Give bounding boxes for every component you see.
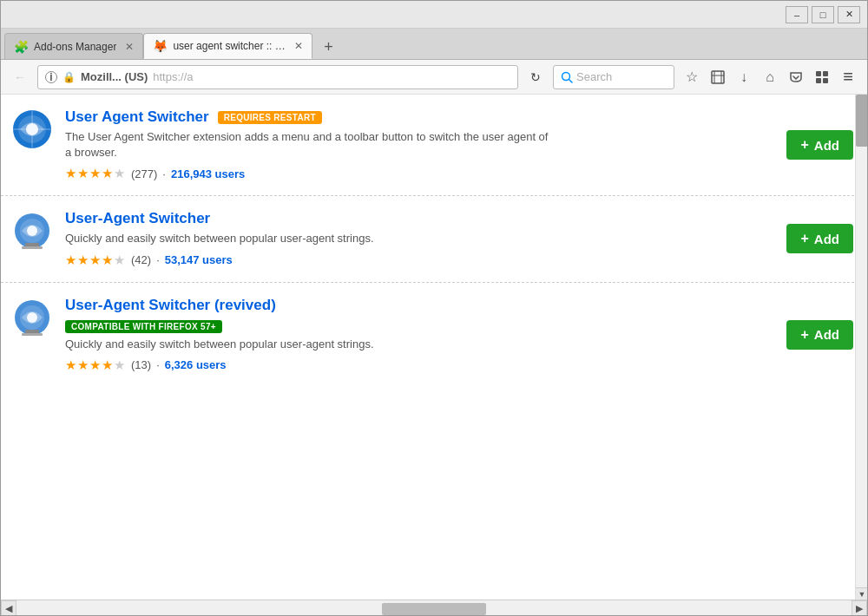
new-tab-button[interactable]: + (316, 35, 340, 59)
svg-rect-6 (816, 71, 821, 76)
download-button[interactable]: ↓ (732, 65, 756, 89)
add-plus-icon-1: + (800, 137, 808, 153)
tab-addons-manager[interactable]: 🧩 Add-ons Manager ✕ (4, 33, 143, 59)
title-bar-controls: – □ ✕ (786, 6, 860, 23)
addon-reviews-3: (13) (131, 358, 151, 371)
addon-desc-3: Quickly and easily switch between popula… (65, 337, 551, 352)
bottom-bar: ◀ ▶ (1, 600, 867, 616)
addon-meta-3: ★★★★★ (13) · 6,326 users (65, 357, 774, 373)
addon-info-1: User Agent Switcher REQUIRES RESTART The… (65, 108, 774, 181)
addon-name-3[interactable]: User-Agent Switcher (revived) (65, 297, 276, 314)
addon-meta-2: ★★★★★ (42) · 53,147 users (65, 252, 774, 268)
minimize-button[interactable]: – (786, 6, 808, 23)
vertical-scrollbar-track: ▼ (855, 95, 867, 600)
addon-name-1[interactable]: User Agent Switcher (65, 108, 209, 126)
addon-badge-3: COMPATIBLE WITH FIREFOX 57+ (65, 320, 222, 333)
site-name: Mozill... (US) (81, 70, 148, 83)
scroll-down-arrow[interactable]: ▼ (856, 587, 867, 600)
svg-rect-2 (712, 71, 724, 83)
addon-stars-1: ★★★★★ (65, 166, 126, 181)
bookmark-icon (710, 69, 726, 85)
addon-title-row-2: User-Agent Switcher (65, 210, 774, 227)
svg-point-22 (27, 312, 37, 323)
add-button-1[interactable]: + Add (786, 130, 853, 160)
home-button[interactable]: ⌂ (758, 65, 782, 89)
addon-stars-2: ★★★★★ (65, 252, 126, 268)
addon-name-2[interactable]: User-Agent Switcher (65, 210, 210, 227)
tab-addons-close[interactable]: ✕ (125, 41, 134, 53)
horizontal-scroll-right[interactable]: ▶ (852, 600, 867, 617)
search-placeholder: Search (576, 70, 612, 83)
addon-title-row-1: User Agent Switcher REQUIRES RESTART (65, 108, 774, 126)
extensions-button[interactable] (810, 65, 834, 89)
title-bar: – □ ✕ (1, 1, 867, 29)
svg-rect-19 (22, 246, 43, 249)
pocket-icon (788, 69, 804, 85)
extensions-icon (814, 69, 830, 85)
addon-users-3: 6,326 users (165, 358, 227, 371)
nav-icons: ☆ ↓ ⌂ ≡ (680, 65, 860, 89)
addon-meta-1: ★★★★★ (277) · 216,943 users (65, 166, 774, 181)
horizontal-scroll-thumb[interactable] (382, 603, 486, 615)
svg-rect-7 (823, 71, 828, 76)
pocket-button[interactable] (784, 65, 808, 89)
addon-users-1: 216,943 users (171, 167, 245, 180)
addon-reviews-1: (277) (131, 167, 157, 180)
addon-info-3: User-Agent Switcher (revived) COMPATIBLE… (65, 297, 774, 373)
menu-button[interactable]: ≡ (836, 65, 860, 89)
tab-addons-label: Add-ons Manager (34, 41, 116, 53)
tab-search-close[interactable]: ✕ (294, 40, 303, 52)
add-button-2[interactable]: + Add (786, 224, 853, 253)
star-button[interactable]: ☆ (680, 65, 704, 89)
tab-bar: 🧩 Add-ons Manager ✕ 🦊 user agent switche… (1, 29, 867, 60)
addon-stars-3: ★★★★★ (65, 357, 126, 373)
vertical-scrollbar-thumb[interactable] (856, 95, 867, 147)
back-button[interactable]: ← (8, 65, 32, 89)
add-label-2: Add (814, 232, 839, 246)
maximize-button[interactable]: □ (812, 6, 834, 23)
nav-bar: ← i 🔒 Mozill... (US) https://a ↻ Search … (1, 60, 867, 95)
address-url: https://a (153, 70, 193, 83)
addon-badge-1: REQUIRES RESTART (218, 111, 322, 124)
svg-rect-9 (823, 78, 828, 83)
bookmark-button[interactable] (706, 65, 730, 89)
addon-item-2: User-Agent Switcher Quickly and easily s… (1, 196, 867, 282)
addon-icon-1 (11, 108, 53, 150)
info-icon: i (45, 71, 57, 83)
svg-point-17 (27, 226, 37, 236)
addon-users-2: 53,147 users (165, 253, 233, 266)
addon-reviews-2: (42) (131, 253, 151, 266)
refresh-button[interactable]: ↻ (523, 65, 548, 89)
addon-item-3: User-Agent Switcher (revived) COMPATIBLE… (1, 283, 867, 387)
tab-search-label: user agent switcher :: Search (173, 40, 286, 52)
svg-rect-23 (25, 330, 39, 333)
tab-addons-icon: 🧩 (14, 40, 29, 54)
addon-desc-1: The User Agent Switcher extension adds a… (65, 129, 551, 161)
lock-icon: 🔒 (62, 71, 76, 83)
add-plus-icon-3: + (800, 327, 808, 343)
add-button-3[interactable]: + Add (786, 320, 853, 350)
horizontal-scroll-left[interactable]: ◀ (1, 600, 16, 617)
main-content: User Agent Switcher REQUIRES RESTART The… (1, 95, 867, 600)
svg-rect-8 (816, 78, 821, 83)
horizontal-scroll-track (16, 600, 852, 617)
svg-rect-24 (22, 333, 43, 336)
address-bar[interactable]: i 🔒 Mozill... (US) https://a (37, 65, 518, 89)
addon-title-row-3: User-Agent Switcher (revived) (65, 297, 774, 314)
tab-search[interactable]: 🦊 user agent switcher :: Search ✕ (143, 33, 312, 59)
tab-search-icon: 🦊 (153, 39, 168, 53)
add-plus-icon-2: + (800, 231, 808, 246)
addon-icon-3 (11, 297, 53, 338)
add-label-3: Add (814, 327, 839, 342)
close-button[interactable]: ✕ (838, 6, 860, 23)
svg-line-1 (569, 79, 573, 82)
add-label-1: Add (814, 138, 839, 153)
addon-info-2: User-Agent Switcher Quickly and easily s… (65, 210, 774, 267)
addon-item-1: User Agent Switcher REQUIRES RESTART The… (1, 95, 867, 196)
search-icon (561, 71, 573, 83)
search-bar[interactable]: Search (553, 65, 674, 89)
addon-desc-2: Quickly and easily switch between popula… (65, 231, 551, 246)
addon-icon-2 (11, 210, 53, 252)
svg-rect-18 (25, 243, 39, 246)
